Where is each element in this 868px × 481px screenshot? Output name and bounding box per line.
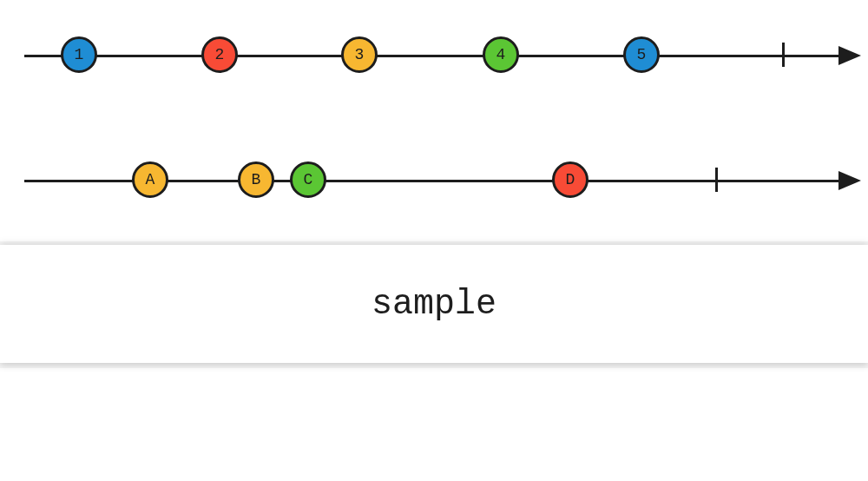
marble: C (290, 161, 326, 198)
marble: 2 (201, 36, 238, 73)
bottom-panel: 1 2 4 5 (0, 368, 868, 481)
complete-tick (782, 43, 785, 67)
marble: 1 (61, 36, 97, 73)
top-panel: 1 2 3 4 5 A B C D (0, 0, 868, 241)
operator-panel: sample (0, 245, 868, 363)
marble: B (238, 161, 274, 198)
marble: 5 (623, 36, 660, 73)
axis-line (24, 55, 844, 57)
arrow-icon (838, 46, 861, 65)
operator-label: sample (372, 285, 496, 324)
marble: 4 (483, 36, 519, 73)
marble: 3 (341, 36, 378, 73)
marble: A (132, 161, 168, 198)
complete-tick (715, 168, 718, 192)
arrow-icon (838, 171, 861, 190)
marble: D (552, 161, 589, 198)
